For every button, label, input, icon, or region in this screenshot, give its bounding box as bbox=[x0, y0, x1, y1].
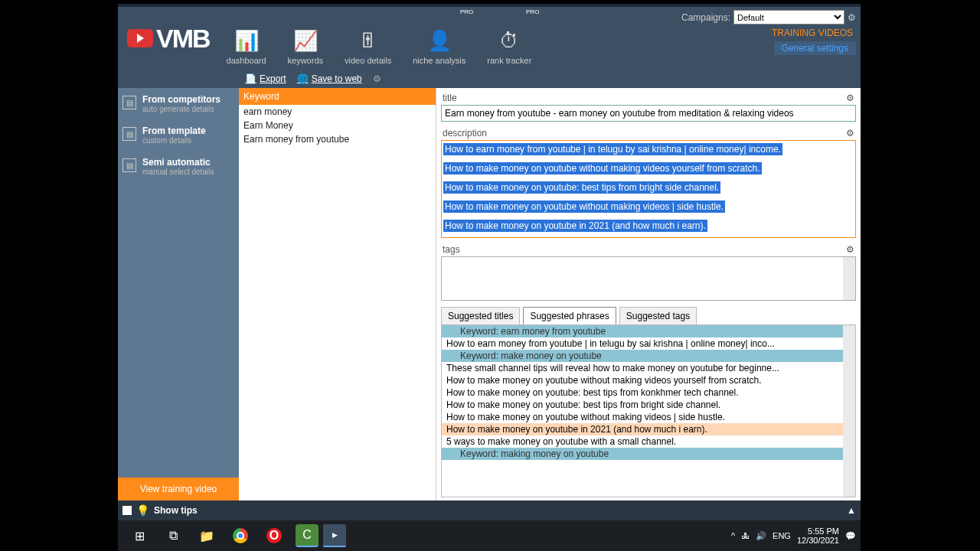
gear-icon[interactable]: ⚙ bbox=[846, 128, 854, 139]
network-icon[interactable]: 🖧 bbox=[741, 531, 750, 540]
sidebar-from-competitors[interactable]: ▤ From competitorsauto generate details bbox=[118, 88, 239, 119]
suggestions-list[interactable]: Keyword: earn money from youtubeHow to e… bbox=[441, 324, 856, 497]
keyword-list[interactable]: earn money Earn Money Earn money from yo… bbox=[239, 105, 436, 146]
tab-suggested-titles[interactable]: Suggested titles bbox=[441, 307, 520, 324]
description-textarea[interactable]: How to earn money from youtube | in telu… bbox=[441, 140, 856, 238]
general-settings-link[interactable]: General settings bbox=[774, 41, 856, 55]
sidebar-from-template[interactable]: ▤ From templatecustom details bbox=[118, 119, 239, 151]
document-icon: ▤ bbox=[122, 127, 136, 141]
document-icon: ▤ bbox=[122, 96, 136, 109]
stop-icon[interactable] bbox=[122, 506, 132, 515]
tab-suggested-phrases[interactable]: Suggested phrases bbox=[523, 307, 616, 324]
suggestion-row[interactable]: How to make money on youtube without mak… bbox=[442, 374, 855, 386]
file-explorer-icon[interactable]: 📁 bbox=[190, 522, 224, 549]
suggestion-row[interactable]: Keyword: make money on youtube bbox=[442, 350, 855, 362]
keyword-panel-header: Keyword bbox=[239, 88, 436, 105]
keyword-item[interactable]: earn money bbox=[239, 105, 436, 119]
volume-icon[interactable]: 🔊 bbox=[756, 531, 766, 541]
nav-keywords[interactable]: 📈 keywords bbox=[277, 7, 334, 70]
vmb-taskbar-icon[interactable]: ▶ bbox=[323, 524, 346, 547]
app-logo: VMB bbox=[121, 24, 216, 54]
nav-video-details[interactable]: 🎚 video details bbox=[334, 7, 402, 70]
play-icon bbox=[127, 29, 153, 47]
chrome-icon[interactable] bbox=[224, 522, 257, 549]
bulb-icon: 💡 bbox=[136, 504, 149, 517]
camtasia-icon[interactable]: C bbox=[296, 524, 318, 547]
campaigns-label: Campaigns: bbox=[681, 12, 730, 23]
scrollbar[interactable] bbox=[843, 325, 855, 497]
description-label: description bbox=[443, 128, 487, 139]
campaigns-select[interactable]: Default bbox=[733, 10, 844, 24]
suggestion-row[interactable]: How to make money on youtube without mak… bbox=[442, 411, 855, 423]
suggestion-row[interactable]: How to make money on youtube: best tips … bbox=[442, 399, 855, 411]
sidebar-semi-automatic[interactable]: ▤ Semi automaticmanual select details bbox=[118, 151, 239, 182]
gear-icon[interactable]: ⚙ bbox=[846, 93, 854, 103]
suggestion-row[interactable]: 5 ways to make money on youtube with a s… bbox=[442, 435, 855, 448]
suggestion-row[interactable]: How to make money on youtube in 2021 (an… bbox=[442, 423, 855, 435]
pro-badge: PRO bbox=[526, 8, 539, 15]
notifications-icon[interactable]: 💬 bbox=[845, 531, 856, 541]
gear-icon[interactable]: ⚙ bbox=[848, 12, 856, 23]
video-details-icon: 🎚 bbox=[358, 29, 378, 53]
nav-rank-tracker[interactable]: PRO ⏱ rank tracker bbox=[476, 7, 542, 70]
document-icon: ▤ bbox=[122, 158, 136, 172]
keyword-item[interactable]: Earn Money bbox=[239, 119, 436, 132]
export-button[interactable]: 📄Export bbox=[245, 73, 286, 84]
chevron-up-icon[interactable]: ^ bbox=[731, 531, 735, 540]
export-icon: 📄 bbox=[245, 73, 256, 84]
rank-icon: ⏱ bbox=[499, 29, 519, 53]
suggestion-row[interactable]: How to earn money from youtube | in telu… bbox=[442, 337, 855, 350]
task-view-button[interactable]: ⧉ bbox=[156, 522, 190, 549]
gear-icon[interactable]: ⚙ bbox=[846, 244, 854, 255]
opera-icon[interactable]: O bbox=[257, 522, 291, 549]
nav-dashboard[interactable]: 📊 dashboard bbox=[216, 7, 277, 70]
title-input[interactable] bbox=[441, 105, 856, 122]
save-to-web-button[interactable]: 🌐Save to web bbox=[297, 73, 362, 84]
scrollbar[interactable] bbox=[843, 257, 855, 300]
title-label: title bbox=[443, 93, 457, 103]
keywords-icon: 📈 bbox=[293, 29, 318, 53]
training-videos-link[interactable]: TRAINING VIDEOS bbox=[769, 26, 856, 40]
tags-label: tags bbox=[443, 244, 460, 255]
tags-textarea[interactable] bbox=[441, 256, 856, 301]
suggestion-row[interactable]: Keyword: earn money from youtube bbox=[442, 325, 855, 337]
pro-badge: PRO bbox=[460, 8, 473, 15]
start-button[interactable]: ⊞ bbox=[122, 522, 156, 549]
suggestion-row[interactable]: These small channel tips will reveal how… bbox=[442, 362, 855, 374]
dashboard-icon: 📊 bbox=[234, 29, 259, 53]
globe-icon: 🌐 bbox=[297, 73, 309, 84]
nav-niche-analysis[interactable]: PRO 👤 niche analysis bbox=[402, 7, 476, 70]
show-tips-button[interactable]: Show tips bbox=[154, 505, 198, 516]
keyword-item[interactable]: Earn money from youtube bbox=[239, 132, 436, 146]
language-indicator[interactable]: ENG bbox=[773, 531, 791, 540]
suggestion-row[interactable]: How to make money on youtube: best tips … bbox=[442, 386, 855, 399]
chevron-up-icon[interactable]: ▲ bbox=[847, 505, 856, 516]
view-training-video-button[interactable]: View training video bbox=[118, 478, 239, 500]
clock[interactable]: 5:55 PM 12/30/2021 bbox=[797, 527, 839, 545]
niche-icon: 👤 bbox=[427, 29, 452, 53]
tab-suggested-tags[interactable]: Suggested tags bbox=[619, 307, 697, 324]
gear-icon[interactable]: ⚙ bbox=[373, 73, 381, 84]
suggestion-row[interactable]: Keyword: making money on youtube bbox=[442, 448, 855, 460]
